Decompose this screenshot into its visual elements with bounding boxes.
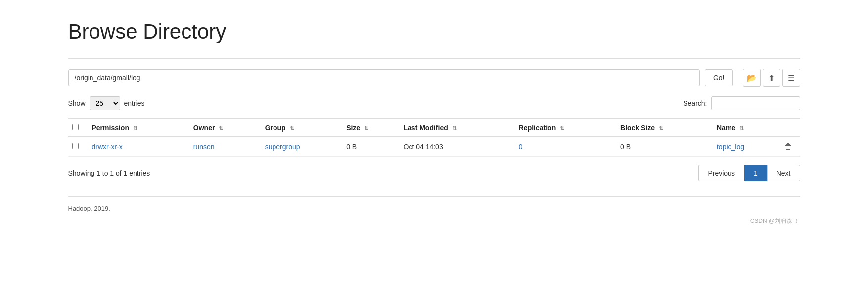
cell-size: 0 B	[342, 137, 399, 157]
permission-link[interactable]: drwxr-xr-x	[92, 143, 123, 151]
directory-table: Permission ⇅ Owner ⇅ Group ⇅ Size ⇅ Last…	[68, 118, 800, 157]
col-header-group[interactable]: Group ⇅	[261, 119, 342, 137]
list-icon: ☰	[788, 73, 795, 83]
row-checkbox[interactable]	[72, 143, 79, 149]
list-icon-button[interactable]: ☰	[782, 69, 800, 87]
select-all-header	[68, 119, 88, 137]
col-header-owner[interactable]: Owner ⇅	[189, 119, 261, 137]
cell-owner: runsen	[189, 137, 261, 157]
sort-icon-replication: ⇅	[560, 125, 564, 132]
pagination: Previous 1 Next	[698, 165, 800, 181]
cell-permission: drwxr-xr-x	[88, 137, 189, 157]
cell-name: topic_log	[713, 137, 780, 157]
entries-label: entries	[124, 99, 145, 107]
folder-icon: 📂	[747, 73, 757, 83]
cell-block-size: 0 B	[616, 137, 713, 157]
group-link[interactable]: supergroup	[265, 143, 300, 151]
next-button[interactable]: Next	[767, 165, 800, 181]
owner-link[interactable]: runsen	[193, 143, 215, 151]
page-title: Browse Directory	[68, 20, 800, 44]
col-header-replication[interactable]: Replication ⇅	[515, 119, 616, 137]
sort-icon-name: ⇅	[739, 125, 744, 132]
cell-group: supergroup	[261, 137, 342, 157]
page-1-button[interactable]: 1	[744, 165, 767, 181]
col-header-block-size[interactable]: Block Size ⇅	[616, 119, 713, 137]
replication-link[interactable]: 0	[519, 143, 523, 151]
path-bar: Go! 📂 ⬆ ☰	[68, 69, 800, 87]
sort-icon-permission: ⇅	[133, 125, 137, 132]
sort-icon-size: ⇅	[364, 125, 368, 132]
table-row: drwxr-xr-x runsen supergroup 0 B Oct 04 …	[68, 137, 800, 157]
table-header-row: Permission ⇅ Owner ⇅ Group ⇅ Size ⇅ Last…	[68, 119, 800, 137]
bottom-divider	[68, 196, 800, 197]
cell-delete: 🗑	[780, 137, 800, 157]
cell-last-modified: Oct 04 14:03	[400, 137, 515, 157]
watermark: CSDN @刘润森 ！	[68, 217, 800, 225]
search-row: Search:	[683, 96, 800, 110]
col-header-last-modified[interactable]: Last Modified ⇅	[400, 119, 515, 137]
sort-icon-owner: ⇅	[219, 125, 223, 132]
entries-select[interactable]: 10 25 50 100	[90, 96, 120, 110]
hadoop-footer: Hadoop, 2019.	[68, 205, 800, 212]
search-input[interactable]	[711, 96, 800, 110]
footer-row: Showing 1 to 1 of 1 entries Previous 1 N…	[68, 165, 800, 181]
show-label: Show	[68, 99, 86, 107]
folder-icon-button[interactable]: 📂	[743, 69, 761, 87]
show-entries-control: Show 10 25 50 100 entries	[68, 96, 145, 110]
previous-button[interactable]: Previous	[698, 165, 744, 181]
cell-replication: 0	[515, 137, 616, 157]
row-checkbox-cell	[68, 137, 88, 157]
sort-icon-last-modified: ⇅	[452, 125, 457, 132]
col-header-permission[interactable]: Permission ⇅	[88, 119, 189, 137]
action-icon-buttons: 📂 ⬆ ☰	[743, 69, 800, 87]
path-input[interactable]	[68, 69, 700, 86]
col-header-size[interactable]: Size ⇅	[342, 119, 399, 137]
search-label: Search:	[683, 99, 707, 107]
controls-row: Show 10 25 50 100 entries Search:	[68, 96, 800, 110]
top-divider	[68, 58, 800, 59]
col-header-name[interactable]: Name ⇅	[713, 119, 780, 137]
sort-icon-block-size: ⇅	[659, 125, 663, 132]
go-button[interactable]: Go!	[705, 69, 733, 86]
upload-icon-button[interactable]: ⬆	[763, 69, 780, 87]
showing-text: Showing 1 to 1 of 1 entries	[68, 169, 150, 177]
delete-icon[interactable]: 🗑	[784, 142, 792, 151]
sort-icon-group: ⇅	[290, 125, 294, 132]
upload-icon: ⬆	[768, 73, 775, 83]
select-all-checkbox[interactable]	[72, 124, 79, 130]
name-link[interactable]: topic_log	[717, 143, 744, 151]
col-header-actions	[780, 119, 800, 137]
